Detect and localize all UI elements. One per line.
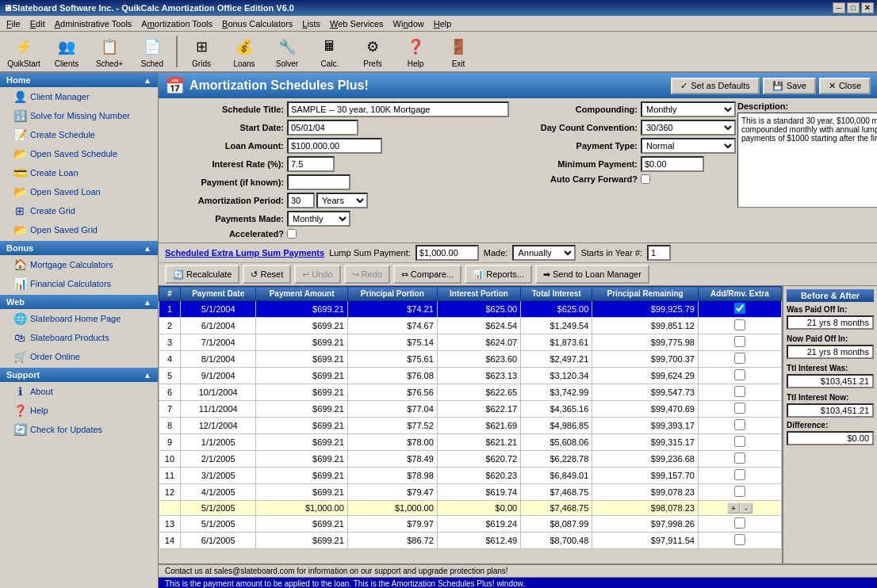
grids-button[interactable]: ⊞ Grids (181, 33, 222, 70)
menu-amort-tools[interactable]: Amortization Tools (136, 17, 217, 30)
sidebar-item-mortgage-calc[interactable]: 🏠 Mortgage Calculators (0, 255, 158, 274)
add-extra-checkbox[interactable] (734, 303, 745, 314)
add-extra-checkbox[interactable] (734, 419, 745, 430)
menu-web-services[interactable]: Web Services (325, 17, 389, 30)
sidebar-header-home[interactable]: Home ▲ (0, 73, 158, 87)
add-extra-checkbox[interactable] (734, 517, 745, 529)
menu-help[interactable]: Help (429, 17, 457, 30)
sidebar-header-web[interactable]: Web ▲ (0, 295, 158, 309)
amort-period-row: Amortization Period: Years Months (165, 193, 509, 208)
recalculate-button[interactable]: 🔄 Recalculate (165, 265, 239, 284)
schedule-title-input[interactable] (287, 101, 509, 117)
sidebar-header-bonus[interactable]: Bonus ▲ (0, 241, 158, 255)
send-to-loan-manager-button[interactable]: ➡ Send to Loan Manager (535, 265, 649, 284)
clients-button[interactable]: 👥 Clients (46, 33, 87, 70)
sidebar-item-open-saved-loan[interactable]: 📂 Open Saved Loan (0, 182, 158, 201)
save-button[interactable]: 💾 Save (763, 78, 816, 94)
reset-button[interactable]: ↺ Reset (243, 265, 291, 284)
row-principal: $74.67 (347, 318, 437, 334)
auto-carry-checkbox[interactable] (641, 174, 650, 184)
accelerated-checkbox[interactable] (287, 229, 297, 239)
row-remaining: $99,547.73 (592, 384, 699, 401)
sched-button[interactable]: 📄 Sched (132, 33, 173, 70)
sidebar-header-support[interactable]: Support ▲ (0, 368, 158, 382)
sidebar-item-home-page[interactable]: 🌐 Slateboard Home Page (0, 309, 158, 328)
amort-period-input[interactable] (287, 193, 315, 208)
add-extra-checkbox[interactable] (734, 336, 745, 347)
minimize-button[interactable]: ─ (833, 2, 845, 13)
row-payment: $699.21 (256, 368, 347, 384)
menu-lists[interactable]: Lists (297, 17, 325, 30)
loans-button[interactable]: 💰 Loans (224, 33, 265, 70)
sidebar-check-updates-label: Check for Updates (30, 425, 102, 434)
amort-unit-select[interactable]: Years Months (316, 193, 368, 208)
start-date-input[interactable] (287, 120, 358, 136)
compare-button[interactable]: ⇔ Compare... (393, 265, 461, 284)
row-interest: $624.54 (437, 318, 520, 334)
add-extra-checkbox[interactable] (734, 386, 745, 397)
add-extra-button[interactable]: + (727, 502, 740, 514)
close-button[interactable]: ✕ Close (819, 78, 871, 94)
row-date: 3/1/2005 (180, 468, 255, 484)
payment-known-input[interactable] (287, 174, 350, 190)
sidebar-item-create-schedule[interactable]: 📝 Create Schedule (0, 125, 158, 144)
reports-button[interactable]: 📊 Reports... (465, 265, 532, 284)
sidebar-item-create-loan[interactable]: 💳 Create Loan (0, 163, 158, 182)
payments-made-select[interactable]: Monthly Bi-Weekly Weekly (287, 211, 350, 227)
sidebar-item-check-updates[interactable]: 🔄 Check for Updates (0, 420, 158, 439)
row-payment: $699.21 (256, 468, 347, 484)
calc-button[interactable]: 🖩 Calc. (309, 33, 350, 70)
undo-button[interactable]: ↩ Undo (294, 265, 340, 284)
lump-sum-made-select[interactable]: Annually Monthly (512, 245, 576, 261)
menu-window[interactable]: Window (389, 17, 429, 30)
lump-sum-start-year-input[interactable] (647, 245, 671, 261)
banner-title-text: Amortization Schedules Plus! (190, 78, 369, 93)
sidebar-item-financial-calc[interactable]: 📊 Financial Calculators (0, 274, 158, 293)
day-count-select[interactable]: 30/360 Actual/365 (641, 120, 736, 136)
lump-sum-payment-input[interactable] (416, 245, 479, 261)
quickstart-button[interactable]: ⚡ QuikStart (3, 33, 44, 70)
solver-button[interactable]: 🔧 Solver (266, 33, 308, 70)
menu-admin-tools[interactable]: Administrative Tools (50, 17, 137, 30)
sidebar-item-create-grid[interactable]: ⊞ Create Grid (0, 201, 158, 220)
min-payment-input[interactable] (641, 156, 704, 172)
menu-edit[interactable]: Edit (25, 17, 50, 30)
sidebar-item-products[interactable]: 🛍 Slateboard Products (0, 328, 158, 347)
sidebar-item-about[interactable]: ℹ About (0, 382, 158, 401)
schedplus-button[interactable]: 📋 Sched+ (89, 33, 130, 70)
redo-button[interactable]: ↪ Redo (344, 265, 390, 284)
interest-rate-input[interactable] (287, 156, 335, 172)
add-extra-checkbox[interactable] (734, 369, 745, 380)
prefs-button[interactable]: ⚙ Prefs (352, 33, 393, 70)
set-defaults-button[interactable]: ✓ Set as Defaults (671, 78, 760, 94)
payment-type-select[interactable]: Normal Interest Only (641, 138, 736, 154)
menu-bonus-calc[interactable]: Bonus Calculators (217, 17, 297, 30)
exit-button[interactable]: 🚪 Exit (438, 33, 479, 70)
home-page-icon: 🌐 (13, 312, 27, 325)
close-window-button[interactable]: ✕ (861, 2, 874, 13)
sidebar-item-solve-missing[interactable]: 🔢 Solve for Missing Number (0, 106, 158, 125)
schedule-table-wrap[interactable]: # Payment Date Payment Amount Principal … (159, 286, 782, 563)
row-interest: $622.65 (437, 384, 520, 401)
add-extra-checkbox[interactable] (734, 452, 745, 464)
sidebar-item-help[interactable]: ❓ Help (0, 401, 158, 420)
sidebar-item-open-saved-schedule[interactable]: 📂 Open Saved Schedule (0, 144, 158, 163)
add-extra-checkbox[interactable] (734, 319, 745, 330)
add-extra-checkbox[interactable] (734, 403, 745, 414)
sidebar-item-client-manager[interactable]: 👤 Client Manager (0, 87, 158, 106)
loan-amount-input[interactable] (287, 138, 382, 154)
add-extra-checkbox[interactable] (734, 486, 745, 497)
maximize-button[interactable]: □ (847, 2, 860, 13)
add-extra-checkbox[interactable] (734, 534, 745, 545)
lump-sum-link[interactable]: Scheduled Extra Lump Sum Payments (165, 248, 324, 258)
remove-extra-button[interactable]: - (740, 502, 753, 514)
menu-file[interactable]: File (2, 17, 25, 30)
sidebar-item-open-saved-grid[interactable]: 📂 Open Saved Grid (0, 220, 158, 239)
compounding-select[interactable]: Monthly Annually (641, 101, 736, 117)
help-button[interactable]: ❓ Help (395, 33, 436, 70)
sidebar-item-order-online[interactable]: 🛒 Order Online (0, 347, 158, 366)
row-add-extra (698, 301, 781, 318)
add-extra-checkbox[interactable] (734, 469, 745, 480)
add-extra-checkbox[interactable] (734, 436, 745, 447)
add-extra-checkbox[interactable] (734, 353, 745, 364)
